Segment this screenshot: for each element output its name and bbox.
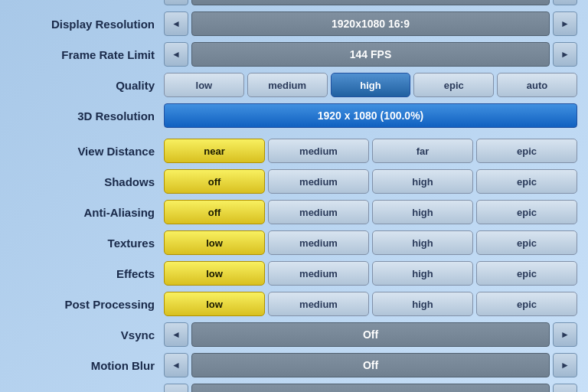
textures-btn-group: low medium high epic <box>164 230 577 255</box>
display-resolution-content: ◄ 1920x1080 16:9 ► <box>164 11 577 36</box>
view-distance-medium[interactable]: medium <box>268 139 369 163</box>
effects-content: low medium high epic <box>164 261 577 286</box>
effects-row: Effects low medium high epic <box>11 260 577 287</box>
show-fps-content: ◄ On ► <box>164 384 577 392</box>
effects-label: Effects <box>11 267 164 280</box>
motion-blur-next[interactable]: ► <box>553 353 577 377</box>
post-processing-low[interactable]: low <box>164 292 265 316</box>
motion-blur-content: ◄ Off ► <box>164 353 577 377</box>
anti-aliasing-high[interactable]: high <box>372 200 473 224</box>
vsync-label: Vsync <box>11 328 164 341</box>
display-resolution-label: Display Resolution <box>11 18 164 31</box>
motion-blur-label: Motion Blur <box>11 359 164 372</box>
window-mode-content: ◄ Fullscreen ► <box>164 0 577 5</box>
window-mode-next[interactable]: ► <box>553 0 577 5</box>
vsync-content: ◄ Off ► <box>164 322 577 347</box>
shadows-off[interactable]: off <box>164 169 265 194</box>
anti-aliasing-epic[interactable]: epic <box>476 200 577 224</box>
post-processing-label: Post Processing <box>11 298 164 311</box>
view-distance-btn-group: near medium far epic <box>164 139 577 163</box>
quality-auto[interactable]: auto <box>497 73 577 97</box>
anti-aliasing-row: Anti-Aliasing off medium high epic <box>11 198 577 226</box>
shadows-row: Shadows off medium high epic <box>11 168 577 195</box>
textures-low[interactable]: low <box>164 230 265 255</box>
view-distance-epic[interactable]: epic <box>476 139 577 163</box>
show-fps-prev[interactable]: ◄ <box>164 384 188 392</box>
post-processing-row: Post Processing low medium high epic <box>11 290 577 318</box>
vsync-next[interactable]: ► <box>553 322 577 347</box>
show-fps-value: On <box>191 384 550 392</box>
view-distance-content: near medium far epic <box>164 139 577 163</box>
quality-high[interactable]: high <box>331 73 411 97</box>
settings-panel: Window Mode ◄ Fullscreen ► Display Resol… <box>3 0 585 392</box>
shadows-high[interactable]: high <box>372 169 473 194</box>
effects-high[interactable]: high <box>372 261 473 286</box>
frame-rate-value: 144 FPS <box>191 42 550 67</box>
view-distance-near[interactable]: near <box>164 139 265 163</box>
effects-btn-group: low medium high epic <box>164 261 577 286</box>
frame-rate-label: Frame Rate Limit <box>11 48 164 61</box>
view-distance-row: View Distance near medium far epic <box>11 137 577 165</box>
quality-content: low medium high epic auto <box>164 73 577 97</box>
show-fps-row: Show FPS ◄ On ► <box>11 382 577 392</box>
anti-aliasing-medium[interactable]: medium <box>268 200 369 224</box>
quality-label: Quality <box>11 79 164 92</box>
3d-resolution-row: 3D Resolution 1920 x 1080 (100.0%) <box>11 102 577 129</box>
display-resolution-next[interactable]: ► <box>553 11 577 36</box>
effects-medium[interactable]: medium <box>268 261 369 286</box>
effects-epic[interactable]: epic <box>476 261 577 286</box>
quality-epic[interactable]: epic <box>413 73 494 97</box>
quality-btn-group: low medium high epic auto <box>164 73 577 97</box>
textures-row: Textures low medium high epic <box>11 229 577 256</box>
anti-aliasing-content: off medium high epic <box>164 200 577 224</box>
quality-medium[interactable]: medium <box>247 73 328 97</box>
quality-row: Quality low medium high epic auto <box>11 71 577 99</box>
shadows-epic[interactable]: epic <box>476 169 577 194</box>
motion-blur-row: Motion Blur ◄ Off ► <box>11 351 577 379</box>
display-resolution-value: 1920x1080 16:9 <box>191 11 550 36</box>
show-fps-label: Show FPS <box>11 390 164 393</box>
window-mode-value: Fullscreen <box>191 0 550 5</box>
vsync-row: Vsync ◄ Off ► <box>11 321 577 348</box>
frame-rate-next[interactable]: ► <box>553 42 577 67</box>
display-resolution-prev[interactable]: ◄ <box>164 11 188 36</box>
anti-aliasing-label: Anti-Aliasing <box>11 206 164 219</box>
textures-content: low medium high epic <box>164 230 577 255</box>
post-processing-medium[interactable]: medium <box>268 292 369 316</box>
vsync-prev[interactable]: ◄ <box>164 322 188 347</box>
anti-aliasing-off[interactable]: off <box>164 200 265 224</box>
display-resolution-row: Display Resolution ◄ 1920x1080 16:9 ► <box>11 10 577 38</box>
vsync-value: Off <box>191 322 550 347</box>
shadows-btn-group: off medium high epic <box>164 169 577 194</box>
frame-rate-content: ◄ 144 FPS ► <box>164 42 577 67</box>
post-processing-epic[interactable]: epic <box>476 292 577 316</box>
frame-rate-prev[interactable]: ◄ <box>164 42 188 67</box>
3d-resolution-value: 1920 x 1080 (100.0%) <box>164 103 577 128</box>
post-processing-content: low medium high epic <box>164 292 577 316</box>
post-processing-high[interactable]: high <box>372 292 473 316</box>
view-distance-label: View Distance <box>11 145 164 158</box>
textures-label: Textures <box>11 237 164 250</box>
motion-blur-value: Off <box>191 353 550 377</box>
effects-low[interactable]: low <box>164 261 265 286</box>
motion-blur-prev[interactable]: ◄ <box>164 353 188 377</box>
view-distance-far[interactable]: far <box>372 139 473 163</box>
frame-rate-row: Frame Rate Limit ◄ 144 FPS ► <box>11 41 577 68</box>
shadows-content: off medium high epic <box>164 169 577 194</box>
textures-epic[interactable]: epic <box>476 230 577 255</box>
shadows-medium[interactable]: medium <box>268 169 369 194</box>
shadows-label: Shadows <box>11 175 164 188</box>
textures-high[interactable]: high <box>372 230 473 255</box>
anti-aliasing-btn-group: off medium high epic <box>164 200 577 224</box>
post-processing-btn-group: low medium high epic <box>164 292 577 316</box>
3d-resolution-label: 3D Resolution <box>11 109 164 122</box>
window-mode-prev[interactable]: ◄ <box>164 0 188 5</box>
show-fps-next[interactable]: ► <box>553 384 577 392</box>
window-mode-row: Window Mode ◄ Fullscreen ► <box>11 0 577 7</box>
3d-resolution-content: 1920 x 1080 (100.0%) <box>164 103 577 128</box>
textures-medium[interactable]: medium <box>268 230 369 255</box>
quality-low[interactable]: low <box>164 73 244 97</box>
